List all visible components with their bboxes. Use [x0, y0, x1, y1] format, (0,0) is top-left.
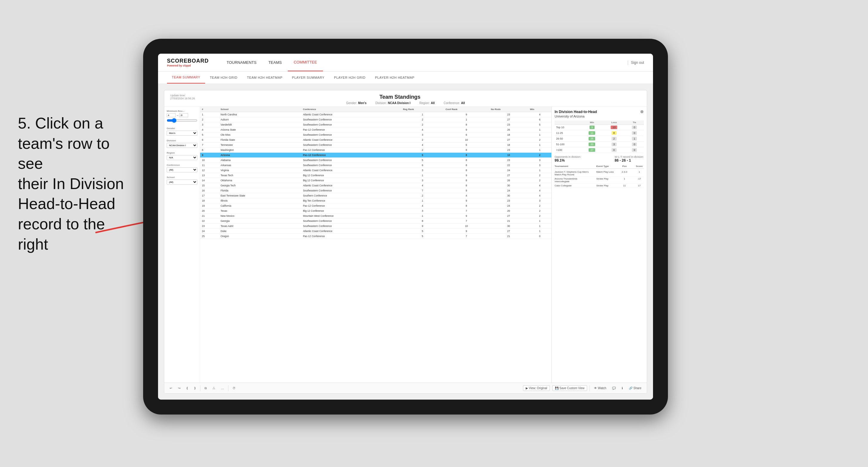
cell-no-rnds: 26: [489, 127, 528, 132]
table-row[interactable]: 1 North Carolina Atlantic Coast Conferen…: [200, 112, 551, 117]
cell-reg-rank: 4: [401, 183, 444, 188]
division-select[interactable]: NCAA Division I NCAA Division II NCAA Di…: [167, 143, 197, 148]
view-original-button[interactable]: ▶ View: Original: [523, 385, 550, 391]
cell-conference: Pac-12 Conference: [301, 127, 401, 132]
cell-conference: Southeastern Conference: [301, 219, 401, 224]
subnav-team-h2h-grid[interactable]: TEAM H2H GRID: [205, 71, 242, 84]
table-row[interactable]: 14 Oklahoma Big 12 Conference 3 8 26 2: [200, 178, 551, 183]
h2h-panel: In Division Head-to-Head ⊗ University of…: [551, 107, 647, 383]
cell-conf-rank: 9: [444, 112, 489, 117]
cell-conference: Atlantic Coast Conference: [301, 112, 401, 117]
undo-button[interactable]: ↩: [168, 386, 174, 391]
table-row[interactable]: 24 Duke Atlantic Coast Conference 5 9 27…: [200, 229, 551, 234]
table-row[interactable]: 13 Texas Tech Big 12 Conference 1 9 27 2: [200, 173, 551, 178]
table-row[interactable]: 10 Alabama Southeastern Conference 5 8 2…: [200, 158, 551, 163]
h2h-table-row: 26-50 25 2 1: [555, 136, 644, 142]
col-win: Win: [528, 107, 551, 112]
cell-win: 1: [528, 219, 551, 224]
cell-no-rnds: 24: [489, 188, 528, 193]
watch-button[interactable]: 👁 Watch: [592, 386, 608, 391]
h2h-win-cell: 3: [581, 125, 603, 130]
table-row[interactable]: 11 Arkansas Southeastern Conference 6 8 …: [200, 163, 551, 168]
max-rounds-input[interactable]: [179, 113, 188, 117]
nav-tournaments[interactable]: TOURNAMENTS: [221, 54, 262, 71]
school-select[interactable]: (All): [167, 180, 197, 185]
nav-teams[interactable]: TEAMS: [262, 54, 288, 71]
cell-reg-rank: 5: [401, 234, 444, 239]
redo-button[interactable]: ↪: [176, 386, 182, 391]
table-row[interactable]: 16 Florida Southeastern Conference 7 9 2…: [200, 188, 551, 193]
sidebar-filters: Minimum Rou... – Gender: [164, 107, 200, 383]
h2h-win-cell: 11: [581, 130, 603, 136]
table-row[interactable]: 3 Vanderbilt Southeastern Conference 2 8…: [200, 122, 551, 127]
clock-button[interactable]: ⏱: [231, 386, 237, 391]
cell-no-rnds: 30: [489, 224, 528, 229]
cell-num: 7: [200, 143, 219, 148]
h2h-close-button[interactable]: ⊗: [640, 109, 644, 114]
cell-conf-rank: 7: [444, 219, 489, 224]
subnav-player-h2h-grid[interactable]: PLAYER H2H GRID: [329, 71, 370, 84]
info-button[interactable]: ℹ: [620, 386, 625, 391]
rounds-slider[interactable]: [167, 118, 197, 123]
more-button[interactable]: …: [219, 386, 226, 391]
table-row[interactable]: 25 Oregon Pac-12 Conference 5 7 21 0: [200, 234, 551, 239]
table-row[interactable]: 5 Ole Miss Southeastern Conference 3 6 1…: [200, 132, 551, 137]
cell-num: 3: [200, 122, 219, 127]
nav-committee[interactable]: COMMITTEE: [288, 54, 323, 71]
cell-school: Ole Miss: [219, 132, 301, 137]
table-row[interactable]: 15 Georgia Tech Atlantic Coast Conferenc…: [200, 183, 551, 188]
cell-reg-rank: 4: [401, 127, 444, 132]
sign-out-button[interactable]: Sign out: [631, 61, 644, 65]
table-row[interactable]: 21 New Mexico Mountain West Conference 1…: [200, 214, 551, 219]
col-school: School: [219, 107, 301, 112]
cell-conference: Southeastern Conference: [301, 122, 401, 127]
cell-win: 2: [528, 214, 551, 219]
subnav-team-summary[interactable]: TEAM SUMMARY: [167, 71, 205, 84]
share-button[interactable]: 🔗 Share: [627, 386, 643, 391]
cell-win: 1: [528, 132, 551, 137]
h2h-range-label: 51-100: [555, 142, 581, 147]
cell-conference: Pac-12 Conference: [301, 204, 401, 209]
back-button[interactable]: ⟪: [185, 386, 190, 391]
cell-conference: Southeastern Conference: [301, 143, 401, 148]
top-nav: SCOREBOARD Powered by clippd TOURNAMENTS…: [158, 54, 653, 71]
comment-button[interactable]: 💬: [610, 386, 618, 391]
min-rounds-input[interactable]: [167, 113, 176, 117]
h2h-col-win: Win: [581, 121, 603, 125]
conference-select[interactable]: (All) Atlantic Coast Conference Southeas…: [167, 167, 197, 173]
table-row[interactable]: 22 Georgia Southeastern Conference 8 7 2…: [200, 219, 551, 224]
table-row[interactable]: 2 Auburn Southeastern Conference 2 1 27 …: [200, 117, 551, 122]
table-row[interactable]: 20 Texas Big 12 Conference 3 7 20 2: [200, 209, 551, 214]
subnav-player-h2h-heatmap[interactable]: PLAYER H2H HEATMAP: [370, 71, 419, 84]
gender-select[interactable]: Men's Women's: [167, 131, 197, 136]
cell-win: 3: [528, 163, 551, 168]
subnav-player-summary[interactable]: PLAYER SUMMARY: [287, 71, 329, 84]
region-select[interactable]: N/A All: [167, 155, 197, 160]
forward-button[interactable]: ⟫: [192, 386, 198, 391]
table-row[interactable]: 19 California Pac-12 Conference 4 8 24 2: [200, 204, 551, 209]
copy-button[interactable]: ⧉: [203, 386, 209, 391]
table-row[interactable]: 23 Texas A&M Southeastern Conference 9 1…: [200, 224, 551, 229]
save-custom-view-button[interactable]: 💾 Save Custom View: [552, 385, 587, 391]
table-row[interactable]: 8 Washington Pac-12 Conference 2 8 23 1: [200, 148, 551, 153]
cell-conference: Atlantic Coast Conference: [301, 137, 401, 143]
h2h-win-cell: 20: [581, 142, 603, 147]
table-row[interactable]: 9 Arizona Pac-12 Conference 5 8 10 2: [200, 153, 551, 158]
table-row[interactable]: 7 Tennessee Southeastern Conference 4 6 …: [200, 143, 551, 148]
save-icon: 💾: [555, 386, 558, 390]
table-row[interactable]: 18 Illinois Big Ten Conference 1 9 23 3: [200, 198, 551, 204]
table-row[interactable]: 12 Virginia Atlantic Coast Conference 3 …: [200, 168, 551, 173]
tournament-pos: 2-3-0: [620, 170, 629, 176]
h2h-win-cell: 27: [581, 147, 603, 153]
cell-no-rnds: 24: [489, 168, 528, 173]
h2h-table-row: Top 10 3 13 0: [555, 125, 644, 130]
h2h-loss-cell: 13: [603, 125, 625, 130]
paste-button[interactable]: ⧊: [211, 386, 217, 391]
table-row[interactable]: 17 East Tennessee State Southern Confere…: [200, 193, 551, 198]
table-row[interactable]: 4 Arizona State Pac-12 Conference 4 9 26…: [200, 127, 551, 132]
cell-win: 1: [528, 148, 551, 153]
cell-school: North Carolina: [219, 112, 301, 117]
table-row[interactable]: 6 Florida State Atlantic Coast Conferenc…: [200, 137, 551, 143]
cell-win: 4: [528, 112, 551, 117]
subnav-team-h2h-heatmap[interactable]: TEAM H2H HEATMAP: [242, 71, 287, 84]
